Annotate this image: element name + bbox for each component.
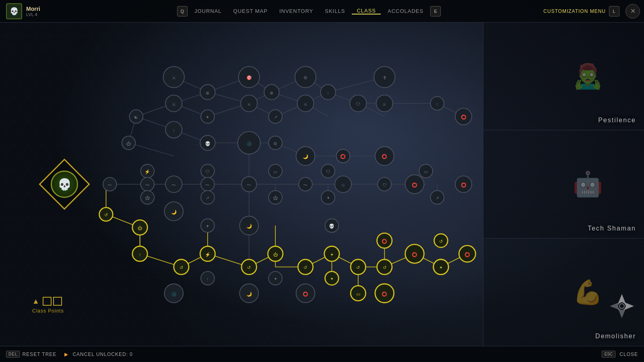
svg-text:⏻: ⏻	[126, 141, 131, 146]
nav-skills[interactable]: SKILLS	[320, 8, 350, 14]
svg-text:⭕: ⭕	[461, 182, 466, 188]
reset-label: RESET TREE	[22, 352, 56, 357]
svg-text:⏻: ⏻	[145, 195, 150, 200]
svg-text:〜: 〜	[247, 183, 251, 187]
customization-label: CUSTOMIZATION MENU	[543, 8, 606, 14]
svg-text:〜: 〜	[145, 183, 150, 187]
svg-text:⚔: ⚔	[303, 102, 308, 107]
svg-text:✦: ✦	[206, 115, 209, 119]
customization-key: L	[609, 6, 619, 16]
svg-text:〜: 〜	[171, 183, 176, 187]
svg-text:↑: ↑	[436, 102, 438, 107]
cancel-button[interactable]: ▶ CANCEL UNLOCKED: 0	[64, 352, 133, 357]
svg-text:⊕: ⊕	[206, 90, 209, 95]
svg-text:🎯: 🎯	[246, 75, 252, 80]
svg-text:⚔: ⚔	[382, 102, 386, 107]
class-icon-outer: 💀	[48, 168, 80, 200]
cancel-label: CANCEL UNLOCKED: 0	[72, 352, 133, 357]
svg-text:⭕: ⭕	[340, 154, 346, 159]
svg-text:✦: ✦	[330, 276, 334, 281]
pestilence-name: Pestilence	[598, 117, 636, 124]
svg-text:↺: ↺	[104, 212, 108, 217]
svg-text:⏻: ⏻	[138, 226, 142, 230]
svg-text:↑: ↑	[206, 276, 209, 281]
svg-text:🛡: 🛡	[205, 169, 210, 174]
svg-text:⭕: ⭕	[412, 182, 417, 188]
cp-box-1	[43, 297, 52, 306]
svg-marker-2	[610, 302, 620, 310]
class-icon-circle: 💀	[51, 171, 78, 198]
reset-key: DEL	[6, 351, 20, 358]
player-level: LVL 4	[26, 12, 40, 17]
demolisher-name: Demolisher	[595, 333, 636, 340]
cp-label: Class Points	[32, 308, 64, 314]
class-pestilence[interactable]: 🧟‍♂️ Pestilence	[483, 23, 644, 130]
cp-boxes	[43, 297, 62, 306]
svg-text:⭕: ⭕	[412, 252, 417, 257]
svg-text:↺: ↺	[439, 239, 443, 244]
svg-text:⚙: ⚙	[273, 141, 277, 146]
cancel-arrow-icon: ▶	[64, 352, 68, 357]
svg-text:↗: ↗	[206, 195, 209, 200]
close-button-top[interactable]: ✕	[625, 4, 640, 19]
player-name: Morri	[26, 6, 40, 12]
svg-text:⏻: ⏻	[273, 195, 278, 200]
svg-text:💀: 💀	[205, 141, 211, 146]
svg-text:✦: ✦	[439, 265, 443, 270]
bottombar-right: ESC CLOSE	[602, 351, 638, 358]
class-demolisher[interactable]: 💪 Demolisher	[483, 238, 644, 346]
nav-quest-map[interactable]: QUEST MAP	[229, 8, 272, 14]
svg-text:🌙: 🌙	[303, 154, 308, 159]
svg-text:▭: ▭	[273, 169, 277, 174]
svg-text:⭕: ⭕	[303, 291, 308, 297]
side-panel: 🧟‍♂️ Pestilence 🤖 Tech Shaman 💪 Demolish…	[483, 23, 644, 346]
svg-text:⊕: ⊕	[270, 90, 273, 95]
svg-text:⭕: ⭕	[464, 252, 470, 257]
svg-text:⚔: ⚔	[247, 102, 251, 107]
bottombar: DEL RESET TREE ▶ CANCEL UNLOCKED: 0 ESC …	[0, 346, 644, 362]
player-class-icon: 💀	[48, 168, 80, 200]
svg-text:🌙: 🌙	[246, 223, 252, 229]
class-tech-shaman[interactable]: 🤖 Tech Shaman	[483, 130, 644, 238]
svg-text:☯: ☯	[134, 115, 138, 119]
svg-text:🌙: 🌙	[171, 209, 177, 215]
svg-text:⚡: ⚡	[144, 169, 150, 175]
nav-class[interactable]: CLASS	[352, 8, 381, 14]
svg-text:🌑: 🌑	[171, 291, 177, 297]
svg-text:⚔: ⚔	[172, 75, 176, 80]
nav-accolades[interactable]: ACCOLADES	[383, 8, 428, 14]
svg-text:🌙: 🌙	[246, 291, 252, 297]
cp-row: ▲	[32, 297, 62, 306]
nav-inventory[interactable]: INVENTORY	[275, 8, 318, 14]
svg-text:↑: ↑	[173, 128, 175, 133]
cp-triangle-icon: ▲	[32, 297, 39, 306]
tree-area: 💀 ▲ Class Points	[0, 23, 483, 346]
close-label[interactable]: CLOSE	[619, 352, 638, 357]
pestilence-figure: 🧟‍♂️	[531, 23, 644, 130]
svg-text:☺: ☺	[341, 183, 345, 187]
svg-text:〜: 〜	[107, 183, 112, 187]
svg-text:✦: ✦	[330, 252, 334, 257]
nav-items: Q JOURNAL QUEST MAP INVENTORY SKILLS CLA…	[80, 6, 537, 16]
compass-logo	[608, 292, 636, 322]
reset-tree-button[interactable]: DEL RESET TREE	[6, 351, 56, 358]
svg-text:🛡: 🛡	[326, 169, 330, 174]
topbar: 💀 Morri LVL 4 Q JOURNAL QUEST MAP INVENT…	[0, 0, 644, 23]
svg-text:↺: ↺	[303, 265, 307, 270]
svg-marker-3	[624, 302, 634, 310]
svg-text:🛡: 🛡	[382, 183, 387, 187]
svg-text:⭕: ⭕	[461, 114, 466, 120]
nav-right-key: E	[430, 6, 441, 16]
svg-text:▭: ▭	[356, 292, 360, 296]
svg-text:▭: ▭	[424, 169, 428, 174]
nav-journal[interactable]: JOURNAL	[190, 8, 227, 14]
svg-text:✦: ✦	[326, 195, 330, 200]
techshaman-figure: 🤖	[531, 130, 644, 238]
svg-text:🗡: 🗡	[382, 75, 387, 80]
nav-left-key: Q	[177, 6, 188, 16]
svg-text:↑: ↑	[327, 90, 329, 95]
svg-text:⭕: ⭕	[382, 291, 387, 297]
svg-text:✦: ✦	[274, 276, 277, 281]
class-points: ▲ Class Points	[32, 297, 64, 314]
customization-menu[interactable]: CUSTOMIZATION MENU L	[537, 6, 625, 16]
